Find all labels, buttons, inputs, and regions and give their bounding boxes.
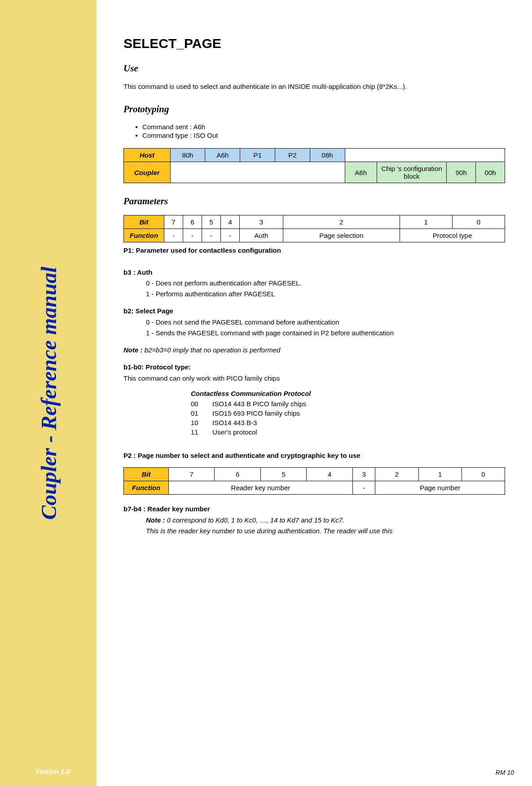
page-number: RM 10 [496, 769, 514, 776]
page-container: Coupler - Reference manual Version 1.0 S… [0, 0, 532, 786]
use-heading: Use [123, 63, 505, 74]
proto-label: ISO14 443 B-3 [212, 419, 257, 426]
b2-title: b2: Select Page [123, 307, 505, 316]
bit-label: Bit [124, 468, 169, 481]
func-cell: - [183, 229, 202, 242]
note-text: b2=b3=0 imply that no operation is perfo… [143, 346, 281, 354]
func-cell: - [164, 229, 183, 242]
coupler-cell: A6h [345, 162, 377, 183]
coupler-cell: 00h [476, 162, 505, 183]
bullet-item: Command sent : A6h [135, 123, 505, 131]
b7b4-block: b7-b4 : Reader key number Note : 0 corre… [123, 505, 505, 536]
empty-cell [170, 162, 345, 183]
p1-table: Bit 7 6 5 4 3 2 1 0 Function - - - - Aut… [123, 215, 505, 242]
host-row: Host 80h A6h P1 P2 08h [124, 149, 505, 162]
b1b0-text: This command can only work with PICO fam… [123, 374, 505, 383]
proto-label: ISO15 693 PICO family chips [212, 409, 300, 417]
b7b4-note: 0 correspond to Kd0, 1 to Kc0, …, 14 to … [165, 516, 344, 524]
bit-cell: 6 [183, 215, 202, 229]
func-cell: - [221, 229, 240, 242]
bit-cell: 1 [400, 215, 453, 229]
b2-line: 0 - Does not send the PAGESEL command be… [123, 318, 505, 327]
parameters-heading: Parameters [123, 196, 505, 207]
b3-block: b3 : Auth 0 - Does not perform authentic… [123, 268, 505, 299]
p1-caption: P1: Parameter used for contactless confi… [123, 246, 505, 255]
page-title: SELECT_PAGE [123, 36, 505, 51]
host-cell: 08h [310, 149, 345, 162]
coupler-label: Coupler [124, 162, 171, 183]
b2-block: b2: Select Page 0 - Does not send the PA… [123, 307, 505, 338]
b3-title: b3 : Auth [123, 268, 505, 277]
host-cell: P1 [240, 149, 275, 162]
protocol-title: Contactless Communication Protocol [191, 389, 505, 398]
bit-cell: 1 [418, 468, 462, 481]
proto-label: User's protocol [212, 428, 257, 436]
func-cell: - [202, 229, 221, 242]
proto-code: 11 [191, 428, 212, 436]
func-cell: Protocol type [400, 229, 505, 242]
proto-row: 00 ISO14 443 B PICO family chips [191, 400, 505, 408]
bit-label: Bit [124, 215, 164, 229]
b7b4-prefix: b7-b4 [123, 505, 141, 513]
b7b4-title-line: b7-b4 : Reader key number [123, 505, 505, 514]
bit-cell: 3 [240, 215, 283, 229]
proto-row: 10 ISO14 443 B-3 [191, 419, 505, 426]
bit-cell: 4 [221, 215, 240, 229]
host-cell: A6h [205, 149, 240, 162]
bit-cell: 7 [164, 215, 183, 229]
p2-caption: P2 : Page number to select and authentic… [123, 451, 505, 460]
host-cell: P2 [275, 149, 310, 162]
bullet-item: Command type : ISO Out [135, 132, 505, 139]
empty-cell [345, 149, 505, 162]
note-label: Note : [123, 346, 143, 354]
bit-row: Bit 7 6 5 4 3 2 1 0 [124, 215, 505, 229]
func-cell: - [352, 481, 375, 495]
bit-cell: 4 [307, 468, 353, 481]
proto-code: 10 [191, 419, 212, 426]
prototyping-heading: Prototyping [123, 104, 505, 115]
coupler-cell: Chip 's configuration block [377, 162, 447, 183]
protocol-list: Contactless Communication Protocol 00 IS… [123, 389, 505, 436]
b3-line: 0 - Does not perform authentication afte… [123, 279, 505, 288]
p2-table: Bit 7 6 5 4 3 2 1 0 Function Reader key … [123, 467, 505, 495]
func-row: Function Reader key number - Page number [124, 481, 505, 495]
proto-bullets: Command sent : A6h Command type : ISO Ou… [123, 123, 505, 139]
host-label: Host [124, 149, 171, 162]
command-table: Host 80h A6h P1 P2 08h Coupler A6h Chip … [123, 148, 505, 183]
proto-code: 01 [191, 409, 212, 417]
proto-label: ISO14 443 B PICO family chips [212, 400, 306, 408]
proto-row: 01 ISO15 693 PICO family chips [191, 409, 505, 417]
b1b0-block: b1-b0: Protocol type: This command can o… [123, 363, 505, 383]
bit-cell: 3 [352, 468, 375, 481]
bit-row: Bit 7 6 5 4 3 2 1 0 [124, 468, 505, 481]
coupler-row: Coupler A6h Chip 's configuration block … [124, 162, 505, 183]
bit-cell: 2 [375, 468, 418, 481]
b7b4-note2: This is the reader key number to use dur… [123, 527, 505, 536]
bit-cell: 2 [283, 215, 400, 229]
sidebar-title: Coupler - Reference manual [36, 267, 61, 520]
bit-cell: 5 [202, 215, 221, 229]
sidebar: Coupler - Reference manual Version 1.0 [0, 0, 97, 786]
proto-row: 11 User's protocol [191, 428, 505, 436]
note-label: Note : [146, 516, 165, 524]
func-cell: Auth [240, 229, 283, 242]
func-label: Function [124, 229, 164, 242]
func-cell: Reader key number [169, 481, 353, 495]
bit-cell: 0 [462, 468, 505, 481]
b7b4-title: : Reader key number [141, 505, 210, 513]
b2-line: 1 - Sends the PAGESEL command with page … [123, 329, 505, 338]
proto-code: 00 [191, 400, 212, 408]
bit-cell: 0 [452, 215, 505, 229]
b3-line: 1 - Performs authentication after PAGESE… [123, 290, 505, 299]
b7b4-note-line: Note : 0 correspond to Kd0, 1 to Kc0, …,… [123, 516, 505, 525]
version-label: Version 1.0 [35, 767, 70, 776]
func-cell: Page selection [283, 229, 400, 242]
content-area: SELECT_PAGE Use This command is used to … [97, 0, 532, 786]
use-text: This command is used to select and authe… [123, 82, 505, 91]
bit-cell: 5 [260, 468, 306, 481]
b1b0-title: b1-b0: Protocol type: [123, 363, 505, 372]
func-cell: Page number [375, 481, 505, 495]
bit-cell: 6 [215, 468, 260, 481]
note-line: Note : b2=b3=0 imply that no operation i… [123, 346, 505, 355]
bit-cell: 7 [169, 468, 215, 481]
